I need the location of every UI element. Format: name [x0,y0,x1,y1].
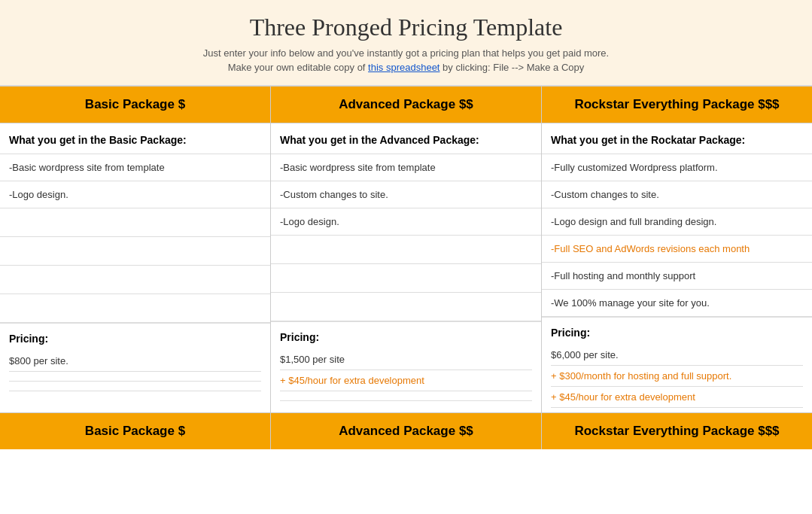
feature-item-basic-4 [0,266,270,294]
feature-item-rockstar-3: -Full SEO and AdWords revisions each mon… [542,236,812,263]
col-footer-advanced: Advanced Package $$ [271,412,541,449]
subtitle1: Just enter your info below and you've in… [15,47,797,59]
col-body-rockstar: What you get in the Rockatar Package:-Fu… [542,123,812,412]
subtitle2-before: Make your own editable copy of [228,62,368,73]
pricing-item-advanced-1: + $45/hour for extra development [280,370,532,391]
main-title: Three Pronged Pricing Template [15,14,797,41]
feature-item-basic-1: -Logo design. [0,181,270,208]
col-body-advanced: What you get in the Advanced Package:-Ba… [271,123,541,412]
feature-item-basic-5 [0,294,270,323]
feature-item-basic-3 [0,237,270,266]
column-rockstar: Rockstar Everything Package $$$What you … [542,87,812,449]
section-title-advanced: What you get in the Advanced Package: [271,123,541,154]
feature-item-advanced-4 [271,264,541,293]
subtitle2-after: by clicking: File --> Make a Copy [440,62,585,73]
pricing-item-advanced-0: $1,500 per site [280,349,532,370]
section-title-basic: What you get in the Basic Package: [0,123,270,154]
feature-item-rockstar-5: -We 100% manage your site for you. [542,290,812,317]
feature-item-rockstar-4: -Full hosting and monthly support [542,263,812,290]
section-title-rockstar: What you get in the Rockatar Package: [542,123,812,154]
columns-container: Basic Package $What you get in the Basic… [0,86,812,449]
col-header-basic: Basic Package $ [0,87,270,123]
feature-item-rockstar-2: -Logo design and full branding design. [542,208,812,236]
pricing-item-rockstar-0: $6,000 per site. [551,345,803,366]
pricing-section-basic: Pricing:$800 per site. [0,323,270,396]
col-header-advanced: Advanced Package $$ [271,87,541,123]
pricing-section-advanced: Pricing:$1,500 per site+ $45/hour for ex… [271,321,541,406]
feature-item-advanced-2: -Logo design. [271,208,541,236]
pricing-item-rockstar-1: + $300/month for hosting and full suppor… [551,366,803,387]
feature-item-basic-2 [0,208,270,237]
pricing-label-rockstar: Pricing: [551,327,803,339]
feature-item-advanced-3 [271,236,541,264]
col-footer-basic: Basic Package $ [0,412,270,449]
spreadsheet-link[interactable]: this spreadsheet [368,62,439,73]
pricing-item-basic-1 [9,372,261,382]
feature-item-rockstar-1: -Custom changes to site. [542,181,812,208]
col-body-basic: What you get in the Basic Package:-Basic… [0,123,270,412]
feature-item-advanced-5 [271,293,541,321]
pricing-item-advanced-2 [280,391,532,401]
pricing-item-basic-0: $800 per site. [9,351,261,372]
feature-item-advanced-1: -Custom changes to site. [271,181,541,208]
feature-item-rockstar-0: -Fully customized Wordpress platform. [542,154,812,181]
column-basic: Basic Package $What you get in the Basic… [0,87,271,449]
col-header-rockstar: Rockstar Everything Package $$$ [542,87,812,123]
header-section: Three Pronged Pricing Template Just ente… [0,0,812,86]
pricing-item-basic-2 [9,382,261,391]
pricing-label-advanced: Pricing: [280,331,532,343]
pricing-item-rockstar-2: + $45/hour for extra development [551,387,803,408]
pricing-label-basic: Pricing: [9,333,261,345]
subtitle2: Make your own editable copy of this spre… [15,62,797,73]
feature-item-advanced-0: -Basic wordpress site from template [271,154,541,181]
pricing-section-rockstar: Pricing:$6,000 per site.+ $300/month for… [542,317,812,412]
col-footer-rockstar: Rockstar Everything Package $$$ [542,412,812,449]
column-advanced: Advanced Package $$What you get in the A… [271,87,542,449]
feature-item-basic-0: -Basic wordpress site from template [0,154,270,181]
